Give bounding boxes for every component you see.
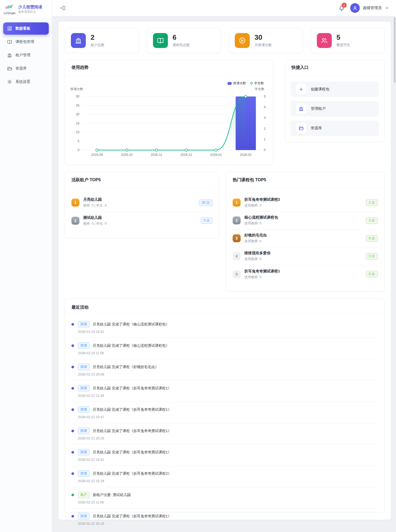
count-badge: 30 次 [199,199,213,206]
folder-icon [7,66,12,71]
top5-row: 1折耳兔奇奇测试课程2使用教师: 02 次 [233,194,378,212]
activity-row: 授课月亮幼儿园 完成了课程《折耳兔奇奇测试课程1》2026-02-22 19:3… [71,445,378,466]
activity-time: 2026-02-22 20:47 [78,415,378,419]
hot-courses-card: 热门课程包 TOP5 1折耳兔奇奇测试课程2使用教师: 02 次2核心流程测试课… [226,172,385,291]
activity-time: 2026-02-22 19:32 [78,458,378,462]
svg-text:0: 0 [78,148,79,152]
quick-entry-title: 快捷入口 [292,65,309,70]
top5-row: 5折耳兔奇奇测试课程1使用教师: 00 次 [233,265,378,283]
sidebar: LeSingle 少儿智慧阅读 服务管理后台 数据看板课程包管理租户管理资源库系… [0,0,52,532]
activity-row: 授课月亮幼儿园 完成了课程《折耳兔奇奇测试课程1》2026-02-21 20:1… [71,509,378,530]
activity-dot [71,323,74,326]
count-badge: 2 次 [366,199,378,206]
item-meta: 使用教师: 0 [244,221,278,226]
stat-card-2: 30月授课次数 [229,28,303,53]
activity-tag: 授课 [78,385,90,392]
stat-value: 30 [254,34,272,41]
chevron-down-icon[interactable] [385,6,389,10]
sidebar-item-4[interactable]: 系统设置 [3,76,49,88]
rank-badge: 2 [233,216,241,224]
usage-trend-card: 使用趋势 0510152025300123452025-092025-10202… [65,60,273,165]
item-name: 折耳兔奇奇测试课程2 [244,197,280,202]
topbar: 5 超级管理员 [52,0,396,16]
building-icon [296,103,306,114]
stat-value: 5 [337,34,350,41]
activity-tag: 租户 [78,491,90,498]
hot-courses-title: 热门课程包 TOP5 [233,177,266,183]
activity-tag: 授课 [78,364,90,370]
activity-text: 月亮幼儿园 完成了课程《折耳兔奇奇测试课程1》 [93,386,171,391]
rank-badge: 4 [233,252,241,260]
rank-badge: 3 [233,234,241,242]
legend-item[interactable]: 学生数 [250,81,264,86]
top5-row: 3好饿的毛毛虫使用教师: 00 次 [233,229,378,247]
stat-label: 租户总数 [91,43,104,47]
svg-text:4: 4 [264,105,266,109]
activity-dot [71,515,74,518]
app-subtitle: 服务管理后台 [18,10,42,14]
activity-tag: 授课 [78,342,90,349]
stat-label: 月授课次数 [254,43,272,47]
chart-legend: 授课次数学生数 [228,81,264,86]
sidebar-item-label: 租户管理 [15,53,30,58]
quick-entry-1[interactable]: 管理租户 [290,101,379,116]
quick-entry-list: 创建课程包管理租户资源库 [290,82,379,140]
activity-text: 月亮幼儿园 完成了课程《折耳兔奇奇测试课程1》 [93,514,171,519]
avatar[interactable] [350,3,360,13]
play-circle-icon [235,33,250,48]
quick-entry-2[interactable]: 资源库 [290,120,379,136]
count-badge: 0 次 [366,253,378,260]
quick-entry-label: 管理租户 [311,106,326,111]
sidebar-item-0[interactable]: 数据看板 [3,22,49,35]
legend-bar-marker [228,82,232,85]
svg-text:0: 0 [264,148,266,152]
sidebar-collapse-icon[interactable] [60,5,66,11]
scrollbar[interactable] [394,17,395,83]
activity-dot [71,472,74,475]
activity-time: 2026-02-21 20:19 [78,522,378,526]
top5-row: 2核心流程测试课程包使用教师: 02 次 [233,212,378,229]
recent-activity-list: 授课月亮幼儿园 完成了课程《核心流程测试课程包》2026-02-24 14:42… [71,313,378,530]
item-meta: 使用教师: 0 [244,275,280,280]
active-tenants-card: 活跃租户 TOP5 1月亮幼儿园教师: 0 | 学生: 030 次2测试幼儿园教… [65,172,219,238]
svg-text:10: 10 [76,130,80,134]
activity-row: 授课月亮幼儿园 完成了课程《折耳兔奇奇测试课程1》2026-02-22 21:3… [71,381,378,402]
activity-time: 2026-02-23 20:06 [78,373,378,376]
top5-row: 2测试幼儿园教师: 0 | 学生: 00 次 [71,212,213,229]
item-name: 核心流程测试课程包 [244,215,278,220]
active-tenants-list: 1月亮幼儿园教师: 0 | 学生: 030 次2测试幼儿园教师: 0 | 学生:… [71,188,213,229]
svg-text:3: 3 [264,116,266,120]
sidebar-item-1[interactable]: 课程包管理 [3,36,49,48]
rank-badge: 1 [71,199,79,207]
rank-badge: 2 [71,217,79,225]
notification-bell[interactable]: 5 [338,5,345,11]
activity-row: 授课月亮幼儿园 完成了课程《核心流程测试课程包》2026-02-24 11:06 [71,338,378,359]
activity-text: 月亮幼儿园 完成了课程《折耳兔奇奇测试课程1》 [93,429,171,433]
book-icon [7,39,12,45]
item-name: 月亮幼儿园 [83,197,107,202]
username[interactable]: 超级管理员 [363,6,382,10]
stat-value: 6 [173,34,190,41]
main-content: 2租户总数6课程包总数30月授课次数5覆盖学生 使用趋势 05101520253… [52,16,396,532]
sidebar-item-3[interactable]: 资源库 [3,62,49,75]
legend-item[interactable]: 授课次数 [228,81,246,86]
activity-text: 月亮幼儿园 完成了课程《核心流程测试课程包》 [93,343,169,348]
activity-tag: 授课 [78,513,90,519]
svg-text:1: 1 [264,138,266,141]
logo-area: LeSingle 少儿智慧阅读 服务管理后台 [0,0,52,19]
activity-row: 授课月亮幼儿园 完成了课程《核心流程测试课程包》2026-02-24 14:42 [71,317,378,338]
svg-text:2025-10: 2025-10 [121,153,132,157]
quick-entry-label: 创建课程包 [311,87,329,92]
activity-time: 2026-02-22 20:25 [78,437,378,440]
sidebar-item-2[interactable]: 租户管理 [3,49,49,61]
activity-dot [71,366,74,368]
activity-text: 月亮幼儿园 完成了课程《折耳兔奇奇测试课程1》 [93,407,171,412]
active-tenants-title: 活跃租户 TOP5 [71,177,101,183]
svg-text:2025-11: 2025-11 [151,153,162,157]
svg-text:30: 30 [76,95,80,98]
activity-dot [71,451,74,454]
usage-trend-chart: 0510152025300123452025-092025-102025-112… [65,60,273,165]
activity-dot [71,387,74,390]
sidebar-item-label: 数据看板 [15,26,30,31]
quick-entry-0[interactable]: 创建课程包 [290,82,379,97]
